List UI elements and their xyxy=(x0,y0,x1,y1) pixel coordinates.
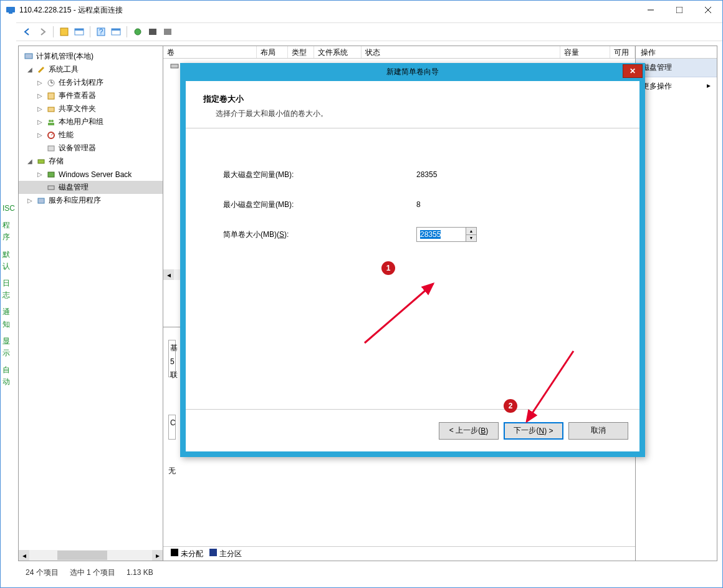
svg-rect-1 xyxy=(9,12,12,14)
wizard-dialog: 新建简单卷向导 ✕ 指定卷大小 选择介于最大和最小值的卷大小。 最大磁盘空间量(… xyxy=(180,63,645,457)
storage-icon xyxy=(36,157,46,166)
help-icon[interactable]: ? xyxy=(95,26,107,38)
size-input[interactable] xyxy=(417,228,466,241)
legend-item: 主分区 xyxy=(209,549,242,559)
spin-down-icon[interactable]: ▼ xyxy=(466,235,476,242)
titlebar: 110.42.228.215 - 远程桌面连接 xyxy=(1,1,722,19)
svg-point-22 xyxy=(49,120,51,122)
collapse-icon[interactable]: ◢ xyxy=(26,158,34,165)
annotation-badge-2: 2 xyxy=(504,399,517,413)
tree-item-diskmgmt[interactable]: 磁盘管理 xyxy=(19,181,163,194)
svg-rect-15 xyxy=(164,29,171,35)
tree-item[interactable]: ▷性能 xyxy=(19,128,163,142)
users-icon xyxy=(46,117,56,127)
svg-rect-6 xyxy=(60,28,68,36)
tool-icon[interactable] xyxy=(58,26,70,38)
clock-icon xyxy=(46,78,56,88)
scroll-left-icon[interactable]: ◂ xyxy=(163,269,174,280)
svg-rect-20 xyxy=(48,93,54,99)
svg-point-23 xyxy=(51,120,54,122)
annotation-badge-1: 1 xyxy=(381,261,395,275)
expand-icon[interactable]: ▷ xyxy=(26,197,34,204)
tree-item[interactable]: ▷事件查看器 xyxy=(19,89,163,102)
column-header[interactable]: 卷 xyxy=(163,46,257,58)
minimize-button[interactable] xyxy=(636,1,665,19)
perf-icon xyxy=(46,130,56,140)
svg-rect-27 xyxy=(48,146,54,151)
expand-icon[interactable]: ▷ xyxy=(36,92,44,99)
actions-pane: 操作 磁盘管理 更多操作 ▸ xyxy=(636,46,717,561)
expand-icon[interactable]: ▷ xyxy=(36,105,44,112)
expand-icon[interactable]: ▷ xyxy=(36,132,44,138)
computer-icon xyxy=(24,52,34,62)
svg-rect-3 xyxy=(676,7,682,13)
svg-line-26 xyxy=(51,133,53,135)
tree-item[interactable]: ◢存储 xyxy=(19,155,163,168)
expand-icon[interactable]: ▷ xyxy=(36,79,44,86)
column-header[interactable]: 文件系统 xyxy=(314,46,362,58)
cancel-button[interactable]: 取消 xyxy=(568,422,628,440)
svg-rect-29 xyxy=(48,172,54,177)
rdp-icon xyxy=(6,5,16,15)
tool-icon[interactable] xyxy=(110,26,122,38)
h-scrollbar[interactable]: ◂ ▸ xyxy=(19,550,163,561)
column-header[interactable]: 容量 xyxy=(560,46,610,58)
tree-item[interactable]: ◢系统工具 xyxy=(19,63,163,76)
action-item[interactable]: 更多操作 ▸ xyxy=(636,77,717,95)
scroll-left-icon[interactable]: ◂ xyxy=(19,550,29,561)
close-button[interactable] xyxy=(694,1,722,19)
close-button[interactable]: ✕ xyxy=(623,64,643,78)
folder-share-icon xyxy=(46,104,56,114)
tree-item[interactable]: 设备管理器 xyxy=(19,142,163,155)
device-icon xyxy=(46,143,56,153)
grid-header: 卷 布局 类型 文件系统 状态 容量 可用 xyxy=(163,46,635,59)
svg-rect-30 xyxy=(48,186,54,190)
forward-button[interactable] xyxy=(36,26,49,38)
drive-icon xyxy=(170,61,180,71)
tree-item[interactable]: 计算机管理(本地) xyxy=(19,50,163,63)
scroll-thumb[interactable] xyxy=(57,551,107,560)
cutoff-sidebar: ISC程序默认 日志通知显示自动 xyxy=(1,200,17,390)
tree-item[interactable]: ▷任务计划程序 xyxy=(19,76,163,89)
label-min: 最小磁盘空间量(MB): xyxy=(223,200,416,210)
maximize-button[interactable] xyxy=(665,1,694,19)
tool-icon[interactable] xyxy=(132,26,144,38)
svg-rect-28 xyxy=(38,160,44,163)
expand-icon[interactable]: ▷ xyxy=(36,118,44,125)
tool-icon[interactable] xyxy=(146,26,159,38)
column-header[interactable]: 状态 xyxy=(362,46,560,58)
tree-item[interactable]: ▷本地用户和组 xyxy=(19,115,163,128)
spin-up-icon[interactable]: ▲ xyxy=(466,228,476,235)
size-spinbox[interactable]: ▲ ▼ xyxy=(416,227,477,242)
tool-icon[interactable] xyxy=(73,26,85,38)
disk-icon xyxy=(46,183,56,193)
expand-icon[interactable]: ▷ xyxy=(36,171,44,178)
svg-point-13 xyxy=(135,29,141,35)
back-button[interactable] xyxy=(21,26,34,38)
svg-rect-21 xyxy=(48,107,54,112)
status-text: 1.13 KB xyxy=(127,568,153,577)
label-size: 简单卷大小(MB)(S): xyxy=(223,229,416,240)
next-button[interactable]: 下一步(N) > xyxy=(504,422,563,440)
tool-icon[interactable] xyxy=(161,26,174,38)
toolbar: ? xyxy=(16,22,722,41)
column-header[interactable]: 布局 xyxy=(257,46,288,58)
column-header[interactable]: 可用 xyxy=(610,46,635,58)
label-max: 最大磁盘空间量(MB): xyxy=(223,170,416,180)
services-icon xyxy=(36,196,46,206)
backup-icon xyxy=(46,170,56,180)
wizard-titlebar[interactable]: 新建简单卷向导 ✕ xyxy=(180,63,645,81)
scroll-right-icon[interactable]: ▸ xyxy=(152,550,163,561)
column-header[interactable]: 类型 xyxy=(288,46,314,58)
tree-item[interactable]: ▷Windows Server Back xyxy=(19,168,163,181)
action-group[interactable]: 磁盘管理 xyxy=(636,59,717,77)
svg-rect-0 xyxy=(6,7,15,12)
tree-item[interactable]: ▷服务和应用程序 xyxy=(19,194,163,207)
svg-rect-8 xyxy=(75,29,84,31)
back-button[interactable]: < 上一步(B) xyxy=(439,422,499,440)
status-text: 选中 1 个项目 xyxy=(70,567,115,578)
tree-item[interactable]: ▷共享文件夹 xyxy=(19,102,163,115)
svg-rect-14 xyxy=(149,29,156,35)
event-icon xyxy=(46,91,56,101)
collapse-icon[interactable]: ◢ xyxy=(26,66,34,73)
